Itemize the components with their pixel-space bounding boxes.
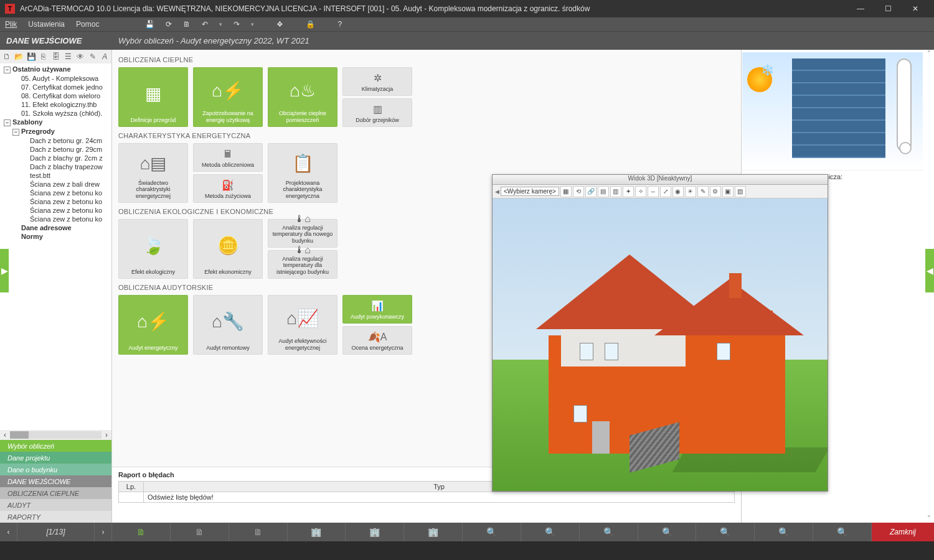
scroll-down-icon[interactable]: ˅ bbox=[927, 515, 931, 523]
bb-doc-icon[interactable]: 🗎 bbox=[112, 523, 171, 541]
vp-tool-icon[interactable]: 🔗 bbox=[585, 186, 597, 197]
sb-copy-icon[interactable]: ⎘ bbox=[38, 51, 49, 62]
bb-building-icon[interactable]: 🏢 bbox=[288, 523, 346, 541]
vp-tool-icon[interactable]: ✦ bbox=[623, 186, 634, 197]
menu-pomoc[interactable]: Pomoc bbox=[76, 20, 99, 29]
save-icon[interactable]: 💾 bbox=[145, 20, 154, 29]
menu-ustawienia[interactable]: Ustawienia bbox=[28, 20, 65, 29]
bb-search-icon[interactable]: 🔍 bbox=[813, 523, 872, 541]
bb-search-icon[interactable]: 🔍 bbox=[580, 523, 638, 541]
undo-icon[interactable]: ↶ bbox=[202, 20, 208, 29]
bb-search-icon[interactable]: 🔍 bbox=[696, 523, 755, 541]
close-app-button[interactable]: Zamknij bbox=[872, 523, 934, 541]
card-projektowana[interactable]: 📋Projektowana charakterystyka energetycz… bbox=[268, 143, 337, 203]
report-row[interactable]: Odśwież listę błędów! bbox=[144, 492, 735, 503]
card-audyt-efektywnosci[interactable]: ⌂📈Audyt efektywności energetycznej bbox=[268, 295, 337, 355]
menu-plik[interactable]: Plik bbox=[5, 20, 17, 29]
card-swiadectwo[interactable]: ⌂▤Świadectwo charaktrystyki energetyczne… bbox=[118, 143, 188, 203]
vp-tool-icon[interactable]: ▥ bbox=[610, 186, 621, 197]
tree-item[interactable]: test.btt bbox=[1, 171, 110, 180]
sb-db-icon[interactable]: 🗄 bbox=[50, 51, 62, 62]
vp-tool-icon[interactable]: ⚙ bbox=[710, 186, 721, 197]
tree-item[interactable]: 05. Audyt - Kompleksowa bbox=[1, 74, 110, 83]
bb-building-icon[interactable]: 🏢 bbox=[404, 523, 463, 541]
camera-combo[interactable]: <Wybierz kamerę> bbox=[501, 187, 559, 196]
sb-list-icon[interactable]: ☰ bbox=[62, 51, 73, 62]
tree-item[interactable]: 01. Szkoła wyższa (chłód). bbox=[1, 109, 110, 118]
bb-search-icon[interactable]: 🔍 bbox=[521, 523, 580, 541]
vp-tool-icon[interactable]: ⟲ bbox=[573, 186, 584, 197]
bb-doc-icon[interactable]: 🗎 bbox=[171, 523, 229, 541]
tree-addr[interactable]: Dane adresowe bbox=[1, 223, 110, 232]
card-metoda-zuzyciowa[interactable]: ⛽Metoda zużyciowa bbox=[193, 174, 263, 203]
tab-audyt[interactable]: AUDYT bbox=[0, 499, 111, 511]
vp-tool-icon[interactable]: ⤢ bbox=[660, 186, 671, 197]
card-definicje-przegrod[interactable]: ▦Definicje przegród bbox=[118, 67, 188, 127]
tab-dane-wejsciowe[interactable]: DANE WEJŚCIOWE bbox=[0, 475, 111, 487]
tree-item[interactable]: Ściana zew z betonu ko bbox=[1, 197, 110, 206]
expand-left-handle[interactable]: ▶ bbox=[0, 249, 9, 292]
tab-obliczenia[interactable]: OBLICZENIA CIEPLNE bbox=[0, 487, 111, 499]
tab-dane-projektu[interactable]: Dane projektu bbox=[0, 452, 111, 464]
tree-item[interactable]: Ściana zew z betonu ko bbox=[1, 189, 110, 197]
sb-view-icon[interactable]: 👁 bbox=[75, 51, 86, 62]
tree-item[interactable]: 11. Efekt ekologiczny.thb bbox=[1, 100, 110, 109]
card-efekt-ekologiczny[interactable]: 🍃Efekt ekologiczny bbox=[118, 219, 188, 279]
vp-tool-icon[interactable]: ✎ bbox=[697, 186, 709, 197]
tree-item[interactable]: 07. Certyfikat domek jedno bbox=[1, 83, 110, 91]
card-efekt-ekonomiczny[interactable]: 🪙Efekt ekonomiczny bbox=[193, 219, 263, 279]
export-icon[interactable]: 🗎 bbox=[183, 20, 191, 29]
bb-building-icon[interactable]: 🏢 bbox=[346, 523, 404, 541]
vp-tool-icon[interactable]: ▧ bbox=[735, 186, 746, 197]
card-audyt-remontowy[interactable]: ⌂🔧Audyt remontowy bbox=[193, 295, 263, 355]
bb-search-icon[interactable]: 🔍 bbox=[463, 523, 521, 541]
card-zapotrzebowanie[interactable]: ⌂⚡Zapotrzebowanie na energię użytkową bbox=[193, 67, 263, 127]
card-analiza-istniejacy[interactable]: 🌡⌂Analiza regulacji temperatury dla istn… bbox=[268, 250, 337, 279]
vp-tool-icon[interactable]: ▣ bbox=[722, 186, 734, 197]
bb-search-icon[interactable]: 🔍 bbox=[755, 523, 813, 541]
scroll-left-icon[interactable]: ‹ bbox=[0, 431, 10, 439]
card-metoda-obliczeniowa[interactable]: 🖩Metoda obliczeniowa bbox=[193, 143, 263, 172]
tab-wybor[interactable]: Wybór obliczeń bbox=[0, 440, 111, 452]
sb-open-icon[interactable]: 📂 bbox=[14, 51, 25, 62]
card-audyt-powykonawczy[interactable]: 📊Audyt powykonawczy bbox=[342, 295, 412, 324]
vp-tool-icon[interactable]: ◉ bbox=[672, 186, 684, 197]
tab-dane-budynku[interactable]: Dane o budynku bbox=[0, 464, 111, 475]
card-analiza-nowy[interactable]: 🌡⌂Analiza regulacji temperatury dla nowe… bbox=[268, 219, 337, 248]
minimize-button[interactable]: — bbox=[847, 0, 874, 17]
card-audyt-energetyczny[interactable]: ⌂⚡Audyt energetyczny bbox=[118, 295, 188, 355]
tree-recent[interactable]: −Ostatnio używane bbox=[1, 65, 110, 74]
bb-search-icon[interactable]: 🔍 bbox=[638, 523, 697, 541]
maximize-button[interactable]: ☐ bbox=[874, 0, 902, 17]
cube-icon[interactable]: ❖ bbox=[276, 20, 283, 29]
redo-icon[interactable]: ↷ bbox=[234, 20, 240, 29]
bb-doc-icon[interactable]: 🗎 bbox=[229, 523, 288, 541]
next-page-button[interactable]: › bbox=[95, 523, 112, 541]
card-ocena-energetyczna[interactable]: 🍂AOcena energetyczna bbox=[342, 326, 412, 355]
scroll-right-icon[interactable]: › bbox=[101, 431, 111, 439]
tree-item[interactable]: Dach z blachy trapezow bbox=[1, 162, 110, 171]
tree-norms[interactable]: Normy bbox=[1, 232, 110, 241]
scroll-up-icon[interactable]: ˄ bbox=[927, 50, 931, 58]
tree-hscroll[interactable]: ‹ › bbox=[0, 430, 111, 440]
lock-icon[interactable]: 🔒 bbox=[306, 20, 315, 29]
sb-new-icon[interactable]: 🗋 bbox=[1, 51, 12, 62]
vp-tool-icon[interactable]: ☀ bbox=[685, 186, 696, 197]
tree-item[interactable]: Dach z blachy gr. 2cm z bbox=[1, 154, 110, 162]
card-dobor-grzejnikow[interactable]: ▥Dobór grzejników bbox=[342, 98, 412, 127]
expand-right-handle[interactable]: ◀ bbox=[925, 249, 934, 292]
project-tree[interactable]: −Ostatnio używane 05. Audyt - Kompleksow… bbox=[0, 63, 111, 430]
prev-page-button[interactable]: ‹ bbox=[0, 523, 17, 541]
tree-item[interactable]: Ściana zew z betonu ko bbox=[1, 206, 110, 215]
close-button[interactable]: ✕ bbox=[902, 0, 929, 17]
vp-tool-icon[interactable]: ▦ bbox=[560, 186, 572, 197]
vp-tool-icon[interactable]: ▤ bbox=[598, 186, 609, 197]
tree-partitions[interactable]: −Przegrody bbox=[1, 127, 110, 136]
vp-tool-icon[interactable]: ✧ bbox=[635, 186, 646, 197]
tree-item[interactable]: Dach z betonu gr. 29cm bbox=[1, 145, 110, 154]
viewport-canvas[interactable] bbox=[493, 198, 828, 491]
tree-templates[interactable]: −Szablony bbox=[1, 118, 110, 127]
help-icon[interactable]: ? bbox=[337, 20, 342, 29]
sb-save-icon[interactable]: 💾 bbox=[26, 51, 37, 62]
vp-tool-icon[interactable]: ↔ bbox=[648, 186, 659, 197]
